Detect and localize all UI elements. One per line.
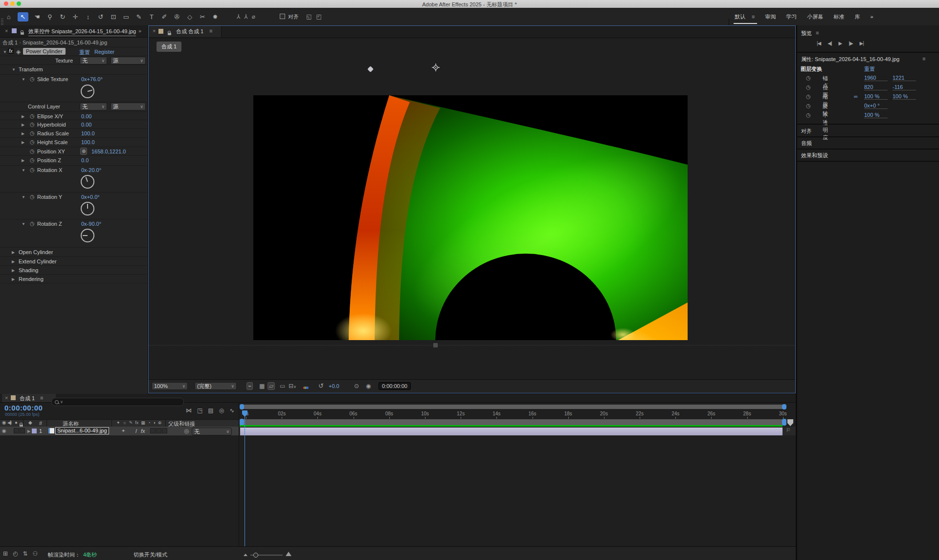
reset-exposure-icon[interactable]: ↺ [318,383,324,389]
motion-blur-icon[interactable]: ∿ [229,408,234,413]
property-value[interactable]: 100 % [864,112,888,118]
parent-dropdown[interactable]: 无∨ [192,428,232,435]
pan-camera-tool[interactable]: ✛ [71,14,79,20]
comp-marker-flag-icon[interactable]: ⚐ [786,428,791,433]
work-area-end-handle[interactable] [782,419,786,426]
twirl-open-icon[interactable]: ▼ [22,195,25,199]
workspace-overflow[interactable]: » [870,14,873,20]
puppet-pin-tool[interactable]: ✸ [211,14,219,20]
texture-source-dropdown[interactable]: 源∨ [111,57,146,65]
magnification-dropdown[interactable]: 100%∨ [152,382,188,390]
play-button[interactable]: ▶ [839,41,842,46]
navigator-end-handle[interactable] [782,404,786,409]
workspace-tab-small-screen[interactable]: 小屏幕 [807,13,823,21]
effect-register-button[interactable]: Register [94,49,114,55]
effect-name[interactable]: Power Cylinder [23,48,66,55]
anchor-point-marker[interactable] [367,66,374,72]
stopwatch-icon[interactable]: ◷ [30,148,35,154]
transform-reset-button[interactable]: 重置 [864,65,875,73]
workspace-tab-default[interactable]: 默认 [735,13,745,21]
cache-indicator-icon[interactable]: ◴ [13,551,18,557]
twirl-open-icon[interactable]: ▼ [3,50,7,54]
fx-switch-icon[interactable]: fx [135,421,138,425]
panel-menu-icon[interactable]: ≡ [816,30,819,36]
align-panel-header[interactable]: 对齐 [801,128,812,135]
expand-ui-icon[interactable]: ◰ [316,14,321,20]
exposure-value[interactable]: +0.0 [329,383,339,389]
workspace-tab-review[interactable]: 审阅 [765,13,776,21]
position-crosshair-button[interactable]: ⊕ [80,148,87,155]
parent-pickwhip-icon[interactable]: ◎ [184,428,189,434]
show-snapshot-icon[interactable]: ◉ [366,383,371,389]
fx-badge-icon[interactable]: fx [8,48,14,54]
audio-column-icon[interactable]: ◀) [7,420,11,425]
view-axis-mode-icon[interactable]: ⌀ [252,14,255,20]
previous-frame-button[interactable]: ◀| [827,41,831,46]
stopwatch-icon[interactable]: ◷ [30,157,35,163]
switch-cell[interactable] [156,428,161,433]
pen-tool[interactable]: ✎ [135,14,143,20]
effect-point-marker[interactable] [431,63,440,72]
stopwatch-icon[interactable]: ◷ [30,194,35,200]
label-column-icon[interactable]: ◆ [28,420,32,425]
collapse-switch-icon[interactable]: ☼ [123,421,127,425]
comp-mini-flowchart-icon[interactable]: ⋈ [186,408,192,413]
twirl-closed-icon[interactable]: ▶ [12,250,15,255]
threed-switch-icon[interactable]: ⊕ [158,421,162,425]
comp-crumb-button[interactable]: 合成 1 [156,42,181,52]
param-value[interactable]: 0x+76.0° [81,76,103,82]
property-value[interactable]: 1221 [893,75,916,81]
unlock-icon[interactable] [21,32,24,35]
stopwatch-icon[interactable]: ◷ [806,112,811,118]
layer-visibility-eye-icon[interactable]: ◉ [2,429,6,433]
layer-row[interactable]: ◉ ▶ 1 Snipast...6-00-49.jpg ✦ / fx ◎ 无∨ [0,427,239,435]
stopwatch-icon[interactable]: ◷ [30,113,35,119]
control-source-dropdown[interactable]: 源∨ [111,103,146,110]
orbit-camera-tool[interactable]: ↻ [59,14,67,20]
unlock-icon[interactable] [168,33,171,35]
world-axis-mode-icon[interactable]: ⅄ [244,14,247,20]
workspace-menu-icon[interactable]: ≡ [752,14,755,20]
snapshot-camera-icon[interactable]: ⊙ [354,383,359,389]
property-value[interactable]: 100 % [864,93,888,100]
selection-tool[interactable]: ↖ [18,12,28,22]
comp-viewport[interactable] [253,95,688,340]
panel-menu-icon[interactable]: ≡ [209,28,212,34]
fx-switch-cell[interactable]: fx [141,428,145,434]
param-value[interactable]: 0x-20.0° [81,167,101,173]
region-of-interest-icon[interactable]: ▭ [280,383,285,389]
adjustment-switch-icon[interactable]: ◑ [153,421,155,425]
property-value[interactable]: 100 % [893,93,916,100]
local-axis-mode-icon[interactable]: ⅄ [237,14,240,20]
rotation-y-dial[interactable] [81,202,94,215]
in-out-icon[interactable]: ⇅ [23,551,28,557]
param-value[interactable]: 1658.0,1221.0 [91,149,126,154]
clone-stamp-tool[interactable]: ✇ [173,14,181,20]
stopwatch-icon[interactable]: ◷ [30,220,35,227]
param-value[interactable]: 100.0 [81,130,95,136]
tab-timeline-comp[interactable]: × 合成 1 ≡ [2,394,56,403]
rotation-tool[interactable]: ↺ [97,14,105,20]
frame-blend-switch-icon[interactable]: ▦ [141,421,145,425]
render-multi-frame-icon[interactable]: ⊞ [3,551,8,557]
zoom-tool[interactable]: ⚲ [46,14,54,20]
switch-cell[interactable] [150,428,156,433]
home-icon[interactable]: ⌂ [5,14,13,20]
index-column-header[interactable]: # [39,420,42,426]
time-ruler[interactable]: 0s02s04s06s08s10s12s14s16s18s20s22s24s26… [240,411,789,416]
panel-menu-icon[interactable]: ≡ [922,56,925,62]
workspace-tab-learn[interactable]: 学习 [786,13,797,21]
param-value[interactable]: 0x-90.0° [81,221,101,227]
twirl-closed-icon[interactable]: ▶ [12,268,15,273]
tab-effect-controls[interactable]: 效果控件 Snipaste_2026-04-15_16-00-49.jpg [28,28,136,36]
draft-3d-icon[interactable]: ◳ [197,408,202,413]
shy-switch-icon[interactable]: ✦ [116,421,120,425]
param-value[interactable]: 0x+0.0° [81,194,100,200]
solo-column-icon[interactable]: ● [15,420,18,425]
stopwatch-icon[interactable]: ◷ [30,76,35,82]
dolly-camera-tool[interactable]: ↕ [84,14,92,20]
twirl-closed-icon[interactable]: ▶ [22,131,24,136]
param-value[interactable]: 0.0 [81,157,89,163]
stopwatch-icon[interactable]: ◷ [30,139,35,145]
layer-duration-bar[interactable] [240,428,782,435]
